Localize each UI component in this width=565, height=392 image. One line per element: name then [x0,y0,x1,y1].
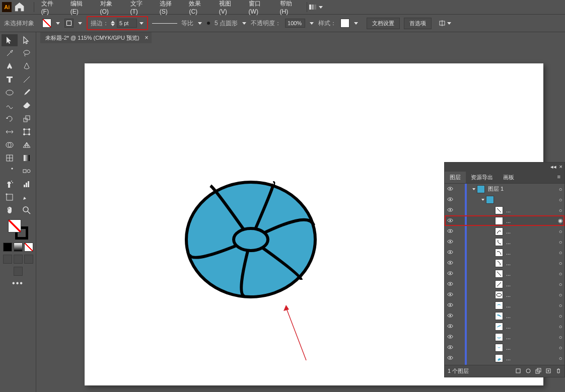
color-mode-none[interactable] [24,243,33,252]
menu-effect[interactable]: 效果(C) [184,0,214,15]
visibility-toggle[interactable] [445,196,456,203]
visibility-toggle[interactable] [445,228,456,235]
new-sublayer-icon[interactable] [535,368,541,375]
stroke-swatch[interactable] [64,19,74,28]
visibility-toggle[interactable] [445,291,456,298]
zoom-tool[interactable] [19,204,35,216]
ellipse-tool[interactable] [2,87,18,99]
stroke-weight-stepper[interactable] [111,21,115,26]
target-icon[interactable]: ○ [556,313,564,319]
direct-selection-tool[interactable] [19,34,35,46]
shape-builder-tool[interactable] [2,139,18,151]
width-tool[interactable] [2,126,18,138]
panel-menu-icon[interactable]: ≡ [553,172,564,183]
document-tab-close[interactable]: × [145,34,149,41]
target-icon[interactable]: ○ [556,355,564,361]
style-dropdown[interactable] [354,21,359,26]
fill-dropdown[interactable] [55,21,60,26]
layer-name[interactable]: ... [505,355,556,361]
visibility-toggle[interactable] [445,355,456,362]
delete-layer-icon[interactable] [555,368,561,375]
panel-collapse-icon[interactable]: ◂◂ [550,164,556,171]
layer-name[interactable]: ... [505,334,556,340]
profile-dropdown[interactable] [197,21,202,26]
fill-color-swatch[interactable] [8,219,21,232]
layer-item[interactable]: ...○ [445,279,564,289]
document-tab[interactable]: 未标题-2* @ 115% (CMYK/GPU 预览) × [40,32,152,43]
screen-mode[interactable] [14,267,23,276]
color-mode-solid[interactable] [3,243,12,252]
tab-asset-export[interactable]: 资源导出 [466,172,498,183]
mesh-tool[interactable] [2,152,18,164]
target-icon[interactable]: ○ [556,228,564,234]
opacity-input[interactable] [285,19,305,28]
menu-file[interactable]: 文件(F) [36,0,65,15]
selection-tool[interactable] [2,34,18,46]
target-icon[interactable]: ○ [556,334,564,340]
menu-type[interactable]: 文字(T) [125,0,155,15]
layer-name[interactable]: ... [505,324,556,330]
layer-item[interactable]: ...○ [445,300,564,310]
scale-tool[interactable] [19,113,35,125]
pen-tool[interactable] [2,60,18,72]
target-icon[interactable]: ○ [556,197,564,203]
visibility-toggle[interactable] [445,344,456,351]
layer-item[interactable]: ...○ [445,226,564,237]
edit-toolbar[interactable]: ••• [12,279,24,288]
home-button[interactable] [14,1,25,13]
layer-name[interactable]: ... [505,345,556,351]
visibility-toggle[interactable] [445,334,456,341]
paintbrush-tool[interactable] [19,87,35,99]
visibility-toggle[interactable] [445,270,456,277]
brush-dropdown[interactable] [242,21,247,26]
eraser-tool[interactable] [19,100,35,112]
visibility-toggle[interactable] [445,207,456,214]
tab-layers[interactable]: 图层 [445,172,466,183]
target-icon[interactable]: ○ [556,239,564,245]
stroke-dropdown[interactable] [78,21,83,26]
menu-view[interactable]: 视图(V) [214,0,244,15]
target-icon[interactable]: ○ [556,271,564,277]
layer-name[interactable]: ... [505,271,556,277]
layer-name[interactable]: ... [505,228,556,234]
layer-item[interactable]: ...○ [445,289,564,300]
menu-window[interactable]: 窗口(W) [244,0,275,15]
layer-name[interactable]: ... [505,292,556,298]
stroke-weight-input[interactable] [117,19,137,28]
type-tool[interactable] [2,73,18,86]
locate-object-icon[interactable] [515,368,521,375]
layer-name[interactable]: ... [505,218,556,224]
draw-normal[interactable] [3,255,12,264]
layer-item[interactable]: ...○ [445,353,564,363]
artboard-tool[interactable] [2,191,18,203]
document-setup-button[interactable]: 文档设置 [367,18,400,29]
target-icon[interactable]: ○ [556,250,564,256]
disclosure-toggle[interactable] [471,186,477,192]
layer-name[interactable]: ... [505,260,556,266]
stroke-profile-swatch[interactable] [152,23,177,24]
target-icon[interactable]: ○ [556,324,564,330]
visibility-toggle[interactable] [445,186,456,193]
column-graph-tool[interactable] [19,178,35,190]
layer-item[interactable]: ...◉ [445,215,564,226]
visibility-toggle[interactable] [445,312,456,320]
layer-item[interactable]: ...○ [445,205,564,215]
opacity-dropdown[interactable] [309,21,314,26]
perspective-grid-tool[interactable] [19,139,35,151]
rotate-tool[interactable] [2,113,18,125]
target-icon[interactable]: ○ [556,292,564,298]
target-icon[interactable]: ○ [556,260,564,266]
disclosure-toggle[interactable] [480,197,486,203]
preferences-button[interactable]: 首选项 [404,18,432,29]
layer-item[interactable]: ...○ [445,268,564,279]
visibility-toggle[interactable] [445,239,456,246]
gradient-tool[interactable] [19,152,35,164]
new-layer-icon[interactable] [545,368,551,375]
menu-object[interactable]: 对象(O) [95,0,125,15]
panel-close-icon[interactable]: × [559,164,562,171]
visibility-toggle[interactable] [445,281,456,288]
layer-item[interactable]: ...○ [445,247,564,258]
target-icon[interactable]: ○ [556,302,564,308]
target-icon[interactable]: ○ [556,345,564,351]
visibility-toggle[interactable] [445,260,456,267]
